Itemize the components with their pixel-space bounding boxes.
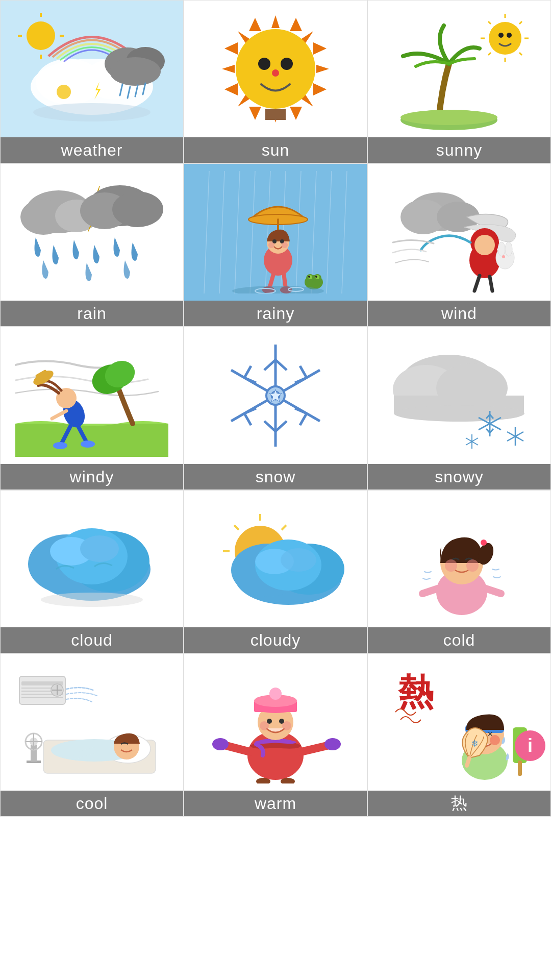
rain-label: rain: [1, 301, 183, 326]
weather-image: [1, 1, 183, 137]
cell-rain[interactable]: rain: [0, 163, 184, 327]
svg-rect-38: [265, 109, 286, 120]
svg-point-97: [474, 235, 495, 255]
svg-point-16: [57, 85, 71, 99]
svg-marker-27: [290, 18, 302, 31]
svg-point-213: [324, 738, 341, 750]
svg-line-65: [296, 171, 301, 293]
svg-point-101: [502, 255, 505, 258]
cold-image: [368, 491, 550, 627]
info-button[interactable]: i: [515, 730, 545, 761]
cell-warm[interactable]: warm: [184, 653, 367, 817]
cloud-label: cloud: [1, 627, 183, 653]
cell-sun[interactable]: sun: [184, 0, 367, 163]
svg-marker-21: [316, 65, 329, 73]
cool-image: [1, 654, 183, 791]
svg-line-60: [219, 171, 224, 293]
cloudy-label: cloudy: [184, 627, 367, 653]
svg-point-100: [505, 242, 512, 256]
svg-point-11: [110, 57, 161, 86]
svg-point-99: [498, 242, 505, 256]
svg-line-121: [300, 366, 307, 378]
cell-cold[interactable]: cold: [367, 490, 551, 653]
svg-line-127: [300, 413, 307, 425]
cloud-image: [1, 491, 183, 627]
svg-line-59: [204, 171, 209, 293]
cell-snowy[interactable]: snowy: [367, 327, 551, 490]
svg-point-171: [281, 548, 316, 572]
svg-line-227: [467, 758, 469, 766]
svg-line-68: [342, 171, 347, 293]
cell-hot[interactable]: 熱 ✕ ✕: [367, 653, 551, 817]
svg-marker-29: [290, 107, 302, 120]
cell-cloud[interactable]: cloud: [0, 490, 184, 653]
svg-line-50: [488, 53, 491, 55]
sunny-image: [368, 1, 550, 137]
svg-marker-26: [249, 18, 261, 31]
svg-line-63: [265, 171, 270, 293]
svg-marker-32: [224, 83, 238, 95]
svg-line-119: [264, 421, 276, 431]
svg-point-205: [269, 688, 282, 700]
sun-label: sun: [184, 137, 367, 163]
svg-line-61: [235, 171, 240, 293]
svg-rect-102: [15, 424, 168, 457]
cell-cloudy[interactable]: cloudy: [184, 490, 367, 653]
warm-label: warm: [184, 791, 367, 816]
wind-image: [368, 164, 550, 301]
svg-point-86: [315, 276, 317, 278]
svg-point-40: [400, 110, 497, 125]
svg-line-179: [486, 589, 501, 594]
svg-point-208: [260, 721, 269, 730]
svg-point-3: [33, 103, 151, 121]
cell-wind[interactable]: wind: [367, 163, 551, 327]
cell-weather[interactable]: weather: [0, 0, 184, 163]
windy-label: windy: [1, 464, 183, 489]
svg-point-106: [56, 388, 77, 408]
svg-point-37: [272, 69, 279, 77]
cell-rainy[interactable]: rainy: [184, 163, 367, 327]
svg-point-110: [81, 440, 95, 448]
hot-label: 热: [368, 791, 550, 816]
svg-point-136: [394, 405, 524, 422]
vocabulary-grid: weather: [0, 0, 551, 817]
svg-point-41: [489, 22, 521, 55]
svg-point-34: [236, 29, 315, 109]
svg-line-95: [490, 277, 492, 291]
svg-line-118: [276, 360, 287, 370]
svg-line-67: [327, 171, 332, 293]
cold-label: cold: [368, 627, 550, 653]
warm-image: [184, 654, 367, 791]
svg-point-109: [53, 442, 67, 449]
svg-marker-31: [313, 42, 327, 55]
svg-point-79: [282, 242, 288, 248]
cool-label: cool: [1, 791, 183, 816]
svg-line-123: [244, 413, 251, 425]
cloudy-image: [184, 491, 367, 627]
cell-snow[interactable]: snow: [184, 327, 367, 490]
svg-point-36: [281, 58, 293, 70]
svg-point-78: [268, 242, 274, 248]
svg-marker-20: [222, 65, 235, 73]
rainy-image: [184, 164, 367, 301]
svg-marker-30: [224, 42, 238, 55]
cell-sunny[interactable]: sunny: [367, 0, 551, 163]
svg-line-178: [422, 589, 438, 594]
svg-line-49: [519, 21, 522, 24]
svg-line-210: [224, 745, 250, 752]
svg-point-175: [481, 540, 487, 546]
sunny-label: sunny: [368, 137, 550, 163]
svg-point-209: [282, 721, 291, 730]
wind-label: wind: [368, 301, 550, 326]
rainy-label: rainy: [184, 301, 367, 326]
svg-rect-229: [518, 761, 522, 776]
svg-line-48: [488, 21, 491, 24]
svg-point-58: [112, 191, 163, 227]
windy-image: [1, 327, 183, 464]
weather-label: weather: [1, 137, 183, 163]
cell-windy[interactable]: windy: [0, 327, 184, 490]
svg-point-4: [27, 21, 55, 50]
cell-cool[interactable]: cool: [0, 653, 184, 817]
rain-image: [1, 164, 183, 301]
hot-image: 熱 ✕ ✕: [368, 654, 550, 791]
